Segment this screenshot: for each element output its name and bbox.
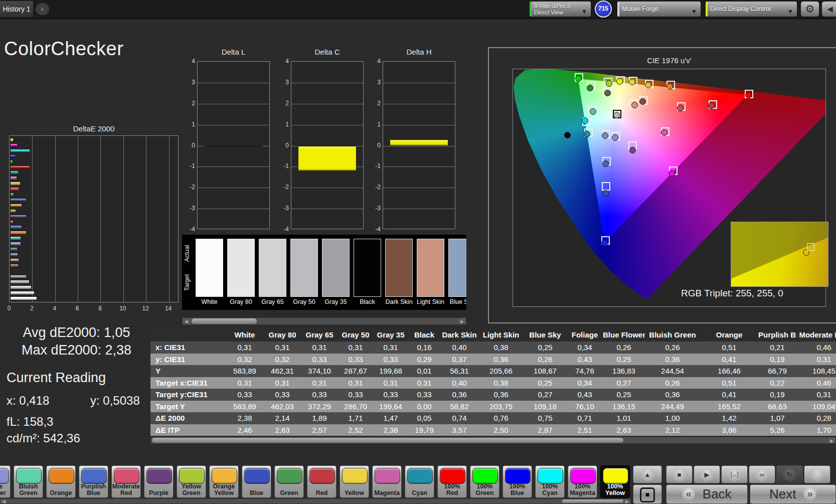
row-label: y: CIE31 — [150, 354, 226, 366]
scrollbar-thumb[interactable] — [192, 318, 257, 324]
deltae-bar-orange-yellow — [10, 204, 22, 208]
gridline — [383, 166, 455, 167]
pattern-button-green[interactable]: Green — [274, 465, 304, 498]
table-row: Target Y583,89462,03372,29286,70199,640,… — [150, 401, 836, 413]
stop-button[interactable]: ■ — [666, 465, 693, 483]
scroll-right-icon[interactable]: ▶ — [828, 437, 835, 443]
refresh-button[interactable]: ↻ — [776, 465, 803, 483]
measured-point-blue — [602, 190, 609, 197]
deltae-bar-100-red — [10, 165, 30, 170]
scroll-right-icon[interactable]: ▶ — [624, 499, 630, 503]
swatch-label: Gray 80 — [225, 298, 257, 305]
source-dropdown[interactable]: Mobile Forge ▼ — [617, 1, 701, 17]
table-scrollbar[interactable]: ▶ — [150, 437, 836, 444]
table-cell: 2,63 — [603, 424, 645, 436]
pattern-swatch — [407, 468, 433, 484]
pattern-swatch — [81, 468, 107, 484]
pattern-button-blue-flower[interactable]: Blue Flower — [0, 465, 11, 498]
pattern-button-100-cyan[interactable]: 100% Cyan — [535, 465, 565, 498]
collapse-toolbar-button[interactable]: ▲ — [633, 465, 662, 483]
table-cell: 0,25 — [524, 342, 567, 354]
loop-button[interactable]: ∞ — [749, 465, 775, 483]
axis-tick-label: -3 — [181, 205, 195, 212]
pattern-button-cyan[interactable]: Cyan — [405, 465, 434, 498]
next-button[interactable]: Next » — [750, 484, 836, 504]
pattern-window-button[interactable]: ■ — [633, 484, 662, 504]
swatch-gray-80 — [227, 239, 255, 297]
pattern-button-100-magenta[interactable]: 100% Magenta — [568, 465, 597, 498]
chevron-down-icon: ▼ — [787, 8, 793, 15]
table-cell: 286,70 — [338, 401, 373, 413]
step-button[interactable]: [↔] — [721, 465, 748, 483]
gridline — [383, 104, 455, 104]
table-cell: 0,32 — [226, 354, 264, 366]
table-cell: 108,45 — [796, 365, 836, 377]
table-cell: 0,33 — [338, 389, 373, 401]
pattern-button-red[interactable]: Red — [307, 465, 337, 498]
pattern-button-purplish-blue[interactable]: Purplish Blue — [79, 465, 108, 498]
pattern-button-magenta[interactable]: Magenta — [372, 465, 402, 498]
table-cell: 0,51 — [700, 342, 758, 354]
pattern-button-orange[interactable]: Orange — [46, 465, 76, 498]
table-cell: 372,29 — [301, 401, 338, 413]
pattern-button-100-blue[interactable]: 100% Blue — [503, 465, 532, 498]
pattern-button-100-yellow[interactable]: 100% Yellow — [600, 465, 630, 498]
tab-history-1[interactable]: History 1 — [0, 1, 33, 17]
deltae-bar-light-skin — [10, 258, 19, 262]
scroll-left-icon[interactable]: ◀ — [1, 499, 7, 503]
axis-tick-label: 1 — [181, 121, 195, 128]
table-cell: 0,27 — [524, 389, 567, 401]
measured-point-orange — [666, 83, 673, 90]
pattern-button-moderate-red[interactable]: Moderate Red — [111, 465, 141, 498]
deltae-bar-100-magenta — [10, 143, 18, 147]
pattern-button-blue[interactable]: Blue — [242, 465, 271, 498]
scroll-right-icon[interactable]: ▶ — [458, 318, 466, 324]
add-tab-button[interactable]: + — [36, 3, 49, 15]
pattern-button-yellow-green[interactable]: Yellow Green — [177, 465, 206, 498]
scrollbar-thumb[interactable] — [152, 438, 623, 443]
table-cell: 0,33 — [338, 354, 373, 366]
table-cell: 0,26 — [603, 342, 645, 354]
workflow-dropdown[interactable]: Direct Display Control ▼ — [705, 1, 797, 17]
table-cell: 2,46 — [226, 424, 264, 436]
table-cell: 2,52 — [338, 424, 373, 436]
table-cell: 0,27 — [603, 377, 645, 389]
pattern-swatch — [309, 468, 335, 484]
pattern-label: 100% Green — [470, 483, 499, 496]
pattern-button-bluish-green[interactable]: Bluish Green — [14, 465, 43, 498]
scrollbar-thumb[interactable] — [562, 499, 623, 503]
axis-tick-label: 4 — [367, 58, 381, 65]
meter-dropdown[interactable]: X-Rite i1Pro 3Direct View ▼ — [529, 1, 591, 17]
axis-tick-label: 3 — [367, 79, 381, 86]
axis-tick-label: 0 — [367, 142, 381, 149]
swatch-scrollbar[interactable]: ◀ ▶ — [182, 317, 466, 325]
pattern-button-purple[interactable]: Purple — [144, 465, 174, 498]
table-cell: 1,00 — [645, 412, 700, 424]
record-button[interactable] — [804, 465, 830, 483]
play-button[interactable]: ▶ — [694, 465, 720, 483]
scroll-left-icon[interactable]: ◀ — [183, 318, 190, 324]
pattern-button-100-red[interactable]: 100% Red — [437, 465, 467, 498]
meter-count-badge[interactable]: 715 — [595, 1, 612, 18]
settings-button[interactable]: ⚙ — [800, 1, 819, 17]
gridline — [383, 188, 455, 188]
collapse-panel-button[interactable]: ◀ — [821, 1, 836, 17]
deltae-bar-moderate-red — [10, 220, 14, 224]
swatch-gray-50 — [290, 239, 318, 297]
back-button[interactable]: « Back — [666, 484, 748, 504]
table-cell: Purplish Blue — [758, 328, 796, 342]
pattern-button-yellow[interactable]: Yellow — [340, 465, 369, 498]
pattern-scrollbar[interactable]: ◀ ▶ — [0, 498, 631, 504]
pattern-button-100-green[interactable]: 100% Green — [470, 465, 499, 498]
table-cell: 2,51 — [567, 424, 603, 436]
table-cell: 0,33 — [408, 389, 440, 401]
table-cell: 374,10 — [301, 365, 338, 377]
table-cell: 0,36 — [440, 389, 478, 401]
axis-tick-label: 2 — [24, 305, 39, 312]
swatch-label: Dark Skin — [383, 298, 415, 305]
pattern-swatch — [375, 468, 400, 484]
pattern-button-orange-yellow[interactable]: Orange Yellow — [209, 465, 239, 498]
swatch-gray-65 — [259, 239, 286, 297]
axis-tick-label: -2 — [275, 184, 289, 191]
measured-point-100-red — [745, 92, 752, 98]
